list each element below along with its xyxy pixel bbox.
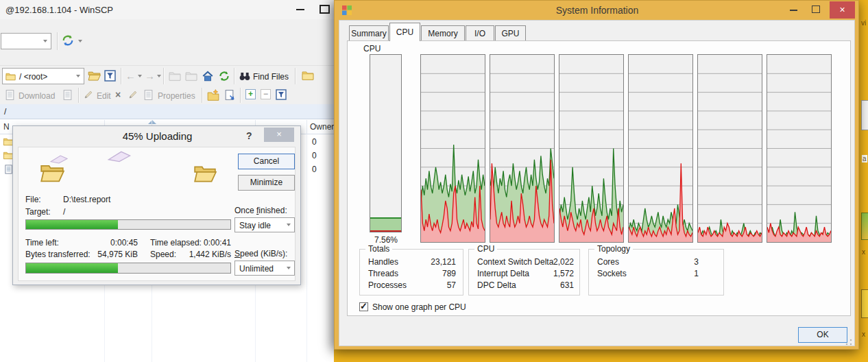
once-finished-label: Once finished: <box>234 206 287 215</box>
sort-asc-icon <box>148 120 156 124</box>
name-column-header[interactable]: N <box>3 122 10 132</box>
speed-label: Speed: <box>150 250 176 259</box>
forward-icon[interactable]: → <box>145 71 155 81</box>
winscp-titlebar[interactable]: @192.168.1.104 - WinSCP <box>0 0 334 19</box>
sync-icon <box>61 34 75 47</box>
back-icon[interactable]: ← <box>125 71 136 81</box>
cpu-gauge-fill <box>370 217 401 231</box>
topology-group-title: Topology <box>594 244 633 254</box>
synchronize-button[interactable] <box>302 69 314 84</box>
show-graph-checkbox[interactable] <box>359 302 368 311</box>
filter-icon <box>276 89 287 100</box>
sockets-label: Sockets <box>597 269 627 278</box>
edit-button[interactable] <box>83 89 94 102</box>
close-button[interactable]: × <box>264 128 294 142</box>
filter-button[interactable] <box>104 70 116 84</box>
time-elapsed-value: 0:00:41 <box>189 238 231 248</box>
desktop-icon-fragment[interactable]: x <box>862 330 865 338</box>
chevron-down-icon <box>76 75 80 77</box>
new-folder-icon <box>207 89 219 101</box>
cores-label: Cores <box>597 257 619 267</box>
download-label[interactable]: Download <box>19 91 55 101</box>
download-and-delete-button[interactable] <box>62 89 73 103</box>
chevron-down-icon[interactable] <box>78 40 82 43</box>
minimize-transfer-button[interactable]: Minimize <box>238 175 295 191</box>
pencil-icon <box>128 89 138 100</box>
chevron-down-icon[interactable] <box>138 75 142 77</box>
edit-label[interactable]: Edit <box>97 91 111 101</box>
cpu-gauge-baseline <box>370 230 401 232</box>
total-progress-fill <box>26 263 118 273</box>
tab-summary[interactable]: Summary <box>349 25 389 40</box>
maximize-button[interactable] <box>320 5 330 14</box>
delete-icon[interactable]: × <box>115 89 121 100</box>
cpu-section-label: CPU <box>363 44 381 53</box>
binoculars-icon <box>239 70 251 82</box>
owner-cell: 0 <box>312 165 317 174</box>
find-files-button[interactable] <box>239 70 251 84</box>
parent-directory-button[interactable] <box>169 70 181 84</box>
cores-value: 3 <box>671 257 699 267</box>
cpu-history-graph-5 <box>767 54 832 243</box>
totals-group-title: Totals <box>365 244 392 254</box>
folder-icon <box>5 71 16 82</box>
dpc-delta-value: 631 <box>545 280 574 290</box>
speed-limit-select[interactable]: Unlimited <box>234 261 295 276</box>
open-directory-button[interactable] <box>88 69 101 84</box>
synchronize-browsing-button[interactable] <box>61 34 75 49</box>
chevron-down-icon[interactable] <box>157 75 161 77</box>
find-files-label[interactable]: Find Files <box>253 72 289 82</box>
remote-path-bar[interactable]: / <box>0 104 334 119</box>
properties-label[interactable]: Properties <box>158 91 195 101</box>
system-information-window: System Information × Summary CPU Memory … <box>334 0 859 350</box>
ok-button[interactable]: OK <box>798 327 847 343</box>
folder-sync-icon <box>302 69 314 82</box>
home-directory-button[interactable] <box>202 70 214 84</box>
context-switch-delta-value: 2,022 <box>545 257 574 267</box>
context-switch-delta-label: Context Switch Delta <box>477 257 553 267</box>
document-icon <box>62 89 73 101</box>
cancel-button[interactable]: Cancel <box>238 154 295 169</box>
file-value: D:\test.report <box>63 195 110 204</box>
desktop-icon-fragment[interactable] <box>861 213 868 240</box>
remote-path-combo[interactable]: / <root> <box>2 68 84 84</box>
remove-icon[interactable]: − <box>261 89 271 99</box>
once-finished-select[interactable]: Stay idle <box>234 217 295 232</box>
cpu-history-graph-2 <box>559 54 624 243</box>
tab-memory[interactable]: Memory <box>421 25 465 40</box>
desktop-icon-fragment[interactable] <box>861 289 868 318</box>
desktop-icon-fragment[interactable]: vi <box>861 19 866 27</box>
pencil-icon <box>83 89 94 100</box>
properties-button[interactable] <box>143 89 154 103</box>
desktop-icon-fragment[interactable]: a <box>862 155 867 162</box>
owner-column-header[interactable]: Owner <box>310 122 334 132</box>
help-icon[interactable]: ? <box>246 130 252 141</box>
tab-gpu[interactable]: GPU <box>495 25 526 40</box>
tab-io[interactable]: I/O <box>466 25 494 40</box>
new-directory-button[interactable] <box>207 89 219 104</box>
close-button[interactable]: × <box>830 1 855 19</box>
maximize-button[interactable] <box>812 5 820 13</box>
new-file-button[interactable] <box>224 89 235 103</box>
filter-toggle-button[interactable] <box>276 89 287 102</box>
tab-cpu[interactable]: CPU <box>389 23 420 41</box>
minimize-button[interactable] <box>790 10 797 11</box>
home-icon <box>202 70 214 82</box>
totals-threads-label: Threads <box>368 269 398 278</box>
resize-grip[interactable] <box>845 338 853 346</box>
root-directory-button[interactable] <box>185 70 197 84</box>
totals-processes-label: Processes <box>368 280 407 290</box>
desktop-icon-fragment[interactable] <box>861 100 868 130</box>
minimize-button[interactable] <box>296 9 304 10</box>
download-button[interactable] <box>4 89 16 103</box>
document-icon <box>143 89 154 101</box>
cpu-usage-percent: 7.56% <box>361 235 411 245</box>
refresh-icon <box>218 70 230 82</box>
rename-button[interactable] <box>128 89 138 102</box>
desktop-icon-fragment[interactable]: x <box>862 248 865 256</box>
session-combo[interactable] <box>1 33 51 49</box>
file-label: File: <box>25 195 41 204</box>
show-graph-checkbox-label[interactable]: Show one graph per CPU <box>372 302 466 312</box>
refresh-button[interactable] <box>218 70 230 84</box>
add-icon[interactable]: + <box>245 89 256 99</box>
